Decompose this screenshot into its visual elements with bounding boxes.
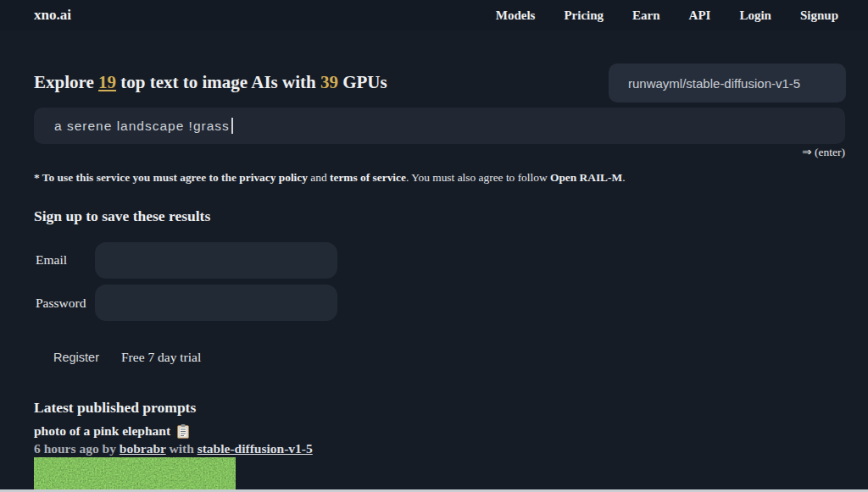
- nav-item-earn[interactable]: Earn: [632, 8, 660, 23]
- site-logo[interactable]: xno.ai: [34, 7, 71, 24]
- enter-hint-label: (enter): [812, 146, 845, 158]
- nav-menu: Models Pricing Earn API Login Signup: [496, 8, 838, 23]
- nav-item-models[interactable]: Models: [496, 8, 536, 23]
- models-count-link[interactable]: 19: [98, 72, 116, 92]
- nav-item-api[interactable]: API: [689, 8, 711, 23]
- terms-of-service-link[interactable]: terms of service: [330, 171, 406, 184]
- signup-heading: Sign up to save these results: [34, 207, 210, 225]
- model-selector[interactable]: runwayml/stable-diffusion-v1-5: [609, 64, 846, 102]
- register-button[interactable]: Register: [47, 346, 106, 369]
- latest-prompts-heading: Latest published prompts: [34, 399, 196, 417]
- enter-hint: ⇒ (enter): [802, 145, 845, 159]
- nav-item-pricing[interactable]: Pricing: [564, 8, 604, 23]
- prompt-title: photo of a pink elephant: [34, 423, 170, 439]
- terms-disclaimer: * To use this service you must agree to …: [34, 171, 626, 185]
- disclaimer-text-2: and: [308, 171, 330, 184]
- disclaimer-text-1: * To use this service you must agree to …: [34, 171, 239, 184]
- disclaimer-text-4: .: [622, 171, 625, 184]
- top-navigation-bar: xno.ai Models Pricing Earn API Login Sig…: [0, 0, 868, 30]
- page-title: Explore 19 top text to image AIs with 39…: [34, 72, 387, 93]
- prompt-input[interactable]: a serene landscape !grass: [34, 108, 845, 144]
- title-prefix: Explore: [34, 72, 98, 92]
- disclaimer-text-3: . You must also agree to follow: [406, 171, 550, 184]
- password-label: Password: [36, 296, 86, 311]
- email-label: Email: [36, 252, 67, 268]
- byline-model-link[interactable]: stable-diffusion-v1-5: [198, 441, 313, 456]
- gpus-count: 39: [320, 72, 338, 92]
- clipboard-icon[interactable]: [177, 424, 189, 439]
- prompt-byline: 6 hours ago by bobrabr with stable-diffu…: [34, 441, 313, 456]
- published-prompt-item[interactable]: photo of a pink elephant: [34, 423, 189, 439]
- privacy-policy-link[interactable]: privacy policy: [239, 171, 308, 184]
- password-field[interactable]: [95, 285, 337, 321]
- nav-item-signup[interactable]: Signup: [800, 8, 838, 23]
- text-caret: [231, 118, 233, 134]
- byline-time: 6 hours ago by: [34, 441, 120, 456]
- title-suffix: GPUs: [338, 72, 387, 92]
- model-selector-value: runwayml/stable-diffusion-v1-5: [628, 76, 800, 91]
- title-middle: top text to image AIs with: [116, 72, 320, 92]
- prompt-result-image[interactable]: [34, 457, 236, 492]
- arrow-right-icon: ⇒: [802, 146, 811, 158]
- email-field[interactable]: [95, 242, 337, 279]
- free-trial-label: Free 7 day trial: [121, 350, 201, 365]
- byline-with: with: [166, 441, 198, 456]
- prompt-input-value: a serene landscape !grass: [54, 119, 230, 134]
- nav-item-login[interactable]: Login: [739, 8, 771, 23]
- open-rail-link[interactable]: Open RAIL-M: [550, 171, 622, 184]
- author-link[interactable]: bobrabr: [120, 441, 166, 456]
